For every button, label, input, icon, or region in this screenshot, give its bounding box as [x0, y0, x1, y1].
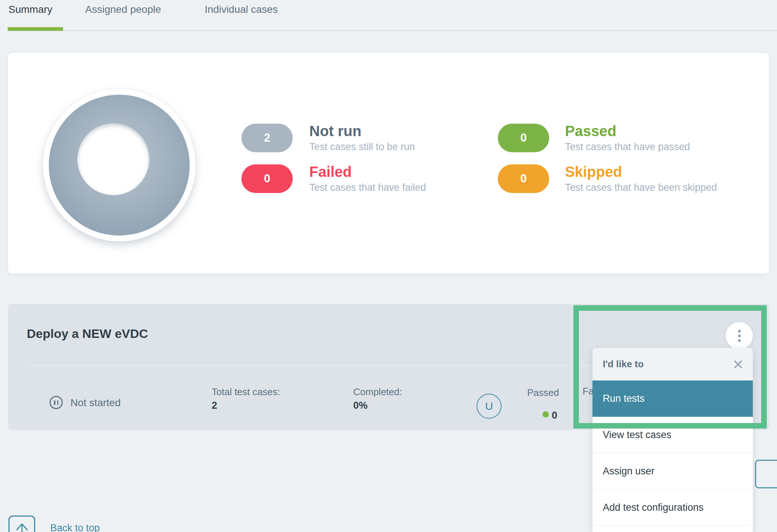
- dropdown-header: I'd like to: [592, 348, 753, 380]
- menu-item-view-test-cases[interactable]: View test cases: [592, 417, 753, 453]
- tab-assigned-people[interactable]: Assigned people: [85, 4, 161, 15]
- passed-count-badge: 0: [498, 124, 549, 152]
- passed-column-count: 0: [552, 410, 557, 421]
- dropdown-header-label: I'd like to: [603, 358, 644, 370]
- actions-dropdown-menu: I'd like to Run tests View test cases As…: [592, 348, 753, 532]
- passed-description: Test cases that have passed: [565, 141, 690, 152]
- cycle-title: Deploy a NEW eVDC: [27, 327, 148, 341]
- not-run-count-badge: 2: [241, 124, 293, 152]
- skipped-title: Skipped: [565, 163, 622, 180]
- tab-summary[interactable]: Summary: [8, 4, 52, 15]
- status-donut-chart: [43, 89, 196, 241]
- passed-column-label: Passed: [527, 387, 559, 398]
- passed-title: Passed: [565, 123, 616, 139]
- hidden-action-button-fragment[interactable]: [755, 460, 777, 488]
- menu-item-add-test-configurations[interactable]: Add test configurations: [592, 489, 753, 526]
- not-started-status-icon: [50, 396, 63, 409]
- tab-individual-cases[interactable]: Individual cases: [205, 4, 278, 15]
- kebab-menu-button[interactable]: [726, 322, 753, 349]
- menu-item-run-tests[interactable]: Run tests: [592, 380, 753, 417]
- completed-value: 0%: [353, 400, 368, 411]
- skipped-description: Test cases that have been skipped: [565, 182, 717, 193]
- failed-column-label-truncated: Fa: [583, 386, 594, 397]
- active-tab-indicator: [8, 27, 63, 31]
- tab-bar-divider: [8, 30, 777, 31]
- not-run-description: Test cases still to be run: [309, 141, 415, 152]
- assigned-user-avatar[interactable]: U: [477, 394, 501, 419]
- not-run-title: Not run: [309, 123, 361, 139]
- close-icon[interactable]: [732, 358, 744, 370]
- passed-status-dot: [543, 411, 549, 418]
- total-test-cases-label: Total test cases:: [212, 386, 280, 398]
- kebab-dot: [738, 330, 741, 332]
- total-test-cases-value: 2: [212, 400, 217, 411]
- cycle-status-text: Not started: [70, 397, 121, 409]
- completed-label: Completed:: [353, 386, 402, 398]
- skipped-count-badge: 0: [498, 164, 549, 193]
- failed-description: Test cases that have failed: [309, 182, 426, 193]
- donut-hole: [77, 123, 149, 195]
- back-to-top-link[interactable]: Back to top: [50, 522, 100, 532]
- failed-count-badge: 0: [241, 164, 293, 193]
- menu-item-assign-user[interactable]: Assign user: [592, 453, 753, 489]
- summary-card: [8, 53, 769, 274]
- arrow-up-icon: [14, 520, 30, 532]
- failed-title: Failed: [309, 163, 352, 180]
- back-to-top-button[interactable]: [8, 515, 35, 532]
